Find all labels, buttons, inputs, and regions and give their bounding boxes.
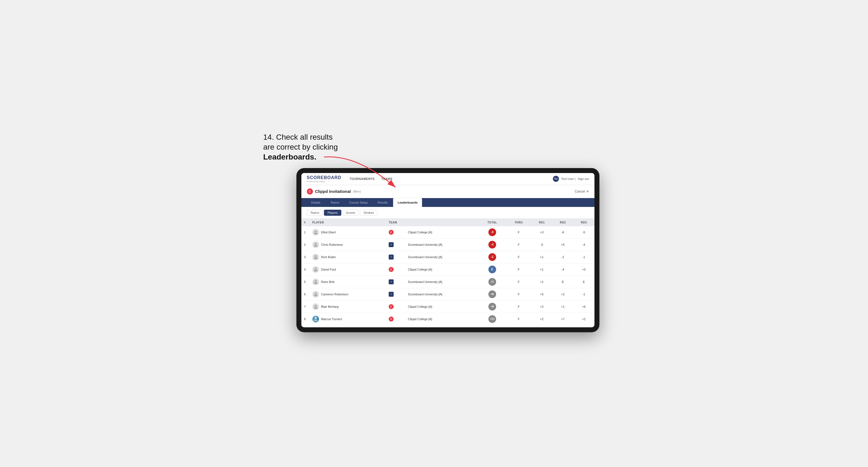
team-name-cell: Scoreboard University [A]: [405, 251, 478, 263]
team-logo-cell: C: [386, 300, 405, 313]
player-name: David Ford: [321, 268, 336, 271]
tab-course-setup[interactable]: Course Setup: [345, 198, 372, 207]
table-row: 8 Marcus Turners C Clippd College [A] +1…: [301, 313, 594, 325]
team-logo: ≡: [389, 242, 394, 247]
rd2-cell: -6: [552, 226, 573, 239]
score-badge: -8: [488, 228, 496, 236]
score-total-cell: -8: [478, 226, 506, 239]
tab-results[interactable]: Results: [373, 198, 392, 207]
team-logo-cell: C: [386, 263, 405, 276]
player-position: 8: [301, 313, 310, 325]
score-total-cell: +11: [478, 313, 506, 325]
cancel-icon: ✕: [586, 190, 589, 193]
team-logo: ≡: [389, 279, 394, 284]
header-right: TU Test User | Sign out: [553, 176, 589, 182]
tab-teams[interactable]: Teams: [326, 198, 343, 207]
logo-text: SCOREBOARD: [307, 175, 342, 180]
rd2-cell: +2: [552, 288, 573, 300]
svg-point-7: [315, 305, 316, 307]
table-row: 4 David Ford C Clippd College [A] E F +1…: [301, 263, 594, 276]
player-name: Chris Robertson: [321, 243, 343, 246]
table-row: 5 Rees Britt ≡ Scoreboard University [A]…: [301, 276, 594, 288]
team-logo: C: [389, 304, 394, 309]
player-name: Blair McHarg: [321, 305, 339, 308]
team-logo-cell: ≡: [386, 288, 405, 300]
cancel-button[interactable]: Cancel ✕: [575, 190, 589, 193]
svg-point-1: [315, 230, 316, 232]
team-logo: ≡: [389, 255, 394, 259]
player-name: Elliot Ebert: [321, 230, 336, 234]
table-row: 6 Cameron Robertson ≡ Scoreboard Univers…: [301, 288, 594, 300]
team-name-cell: Clippd College [A]: [405, 313, 478, 325]
player-position: 7: [301, 300, 310, 313]
rd3-cell: -4: [573, 238, 594, 251]
rd3-cell: +3: [573, 263, 594, 276]
player-name-cell: Chris Robertson: [310, 238, 386, 251]
team-logo-cell: C: [386, 226, 405, 239]
svg-point-6: [315, 292, 316, 294]
player-avatar: [312, 279, 319, 285]
rd1-cell: +1: [531, 251, 552, 263]
filter-scores[interactable]: Scores: [342, 210, 359, 216]
rd1-cell: +1: [531, 263, 552, 276]
instruction-text: 14. Check all results are correct by cli…: [264, 132, 338, 162]
sign-out-link[interactable]: Sign out: [578, 177, 589, 181]
tournament-gender: (Men): [353, 190, 361, 193]
nav-teams[interactable]: TEAMS: [381, 176, 393, 182]
table-row: 1 Elliot Ebert C Clippd College [A] -8 F…: [301, 226, 594, 239]
leaderboard-body: 1 Elliot Ebert C Clippd College [A] -8 F…: [301, 226, 594, 325]
team-name-cell: Clippd College [A]: [405, 300, 478, 313]
col-rd1: RD1: [531, 219, 552, 226]
nav-tournaments[interactable]: TOURNAMENTS: [349, 176, 375, 182]
tab-leaderboards[interactable]: Leaderboards: [393, 198, 422, 207]
score-badge: +6: [488, 290, 496, 298]
rd1-cell: +1: [531, 276, 552, 288]
thru-cell: F: [506, 288, 531, 300]
team-logo: C: [389, 267, 394, 272]
instruction-line3: Leaderboards.: [264, 153, 316, 161]
rd1-cell: +2: [531, 313, 552, 325]
col-pos: #: [301, 219, 310, 226]
tab-nav: Details Teams Course Setup Results Leade…: [301, 198, 594, 207]
score-badge: +9: [488, 303, 496, 311]
team-name-cell: Clippd College [A]: [405, 263, 478, 276]
rd3-cell: -1: [573, 288, 594, 300]
player-name-cell: David Ford: [310, 263, 386, 276]
player-avatar: [312, 266, 319, 273]
filter-teams[interactable]: Teams: [307, 210, 323, 216]
player-avatar: [312, 254, 319, 260]
col-thru: THRU: [506, 219, 531, 226]
thru-cell: F: [506, 226, 531, 239]
filter-row: Teams Players Scores Strokes: [301, 207, 594, 219]
svg-point-4: [315, 268, 316, 270]
leaderboard-table: # PLAYER TEAM TOTAL THRU RD1 RD2 RD3 1 E…: [301, 219, 594, 325]
table-row: 7 Blair McHarg C Clippd College [A] +9 F…: [301, 300, 594, 313]
filter-strokes[interactable]: Strokes: [360, 210, 377, 216]
table-header-row: # PLAYER TEAM TOTAL THRU RD1 RD2 RD3: [301, 219, 594, 226]
thru-cell: F: [506, 251, 531, 263]
thru-cell: F: [506, 238, 531, 251]
player-position: 3: [301, 251, 310, 263]
rd3-cell: E: [573, 276, 594, 288]
rd3-cell: +6: [573, 300, 594, 313]
logo-sub: Powered by clippd: [307, 180, 342, 183]
tab-details[interactable]: Details: [307, 198, 325, 207]
filter-players[interactable]: Players: [324, 210, 341, 216]
team-name-cell: Scoreboard University [A]: [405, 288, 478, 300]
tournament-header: C Clippd Invitational (Men) Cancel ✕: [301, 185, 594, 198]
player-position: 5: [301, 276, 310, 288]
user-icon: TU: [553, 176, 559, 182]
score-total-cell: +6: [478, 288, 506, 300]
rd1-cell: +2: [531, 300, 552, 313]
player-position: 1: [301, 226, 310, 239]
user-name: Test User |: [561, 177, 576, 181]
svg-point-8: [315, 317, 317, 319]
score-total-cell: +1: [478, 276, 506, 288]
team-logo-cell: C: [386, 313, 405, 325]
svg-point-2: [315, 243, 316, 245]
thru-cell: F: [506, 263, 531, 276]
team-logo-cell: ≡: [386, 251, 405, 263]
player-avatar: [312, 241, 319, 248]
player-avatar: [312, 291, 319, 298]
rd2-cell: E: [552, 276, 573, 288]
